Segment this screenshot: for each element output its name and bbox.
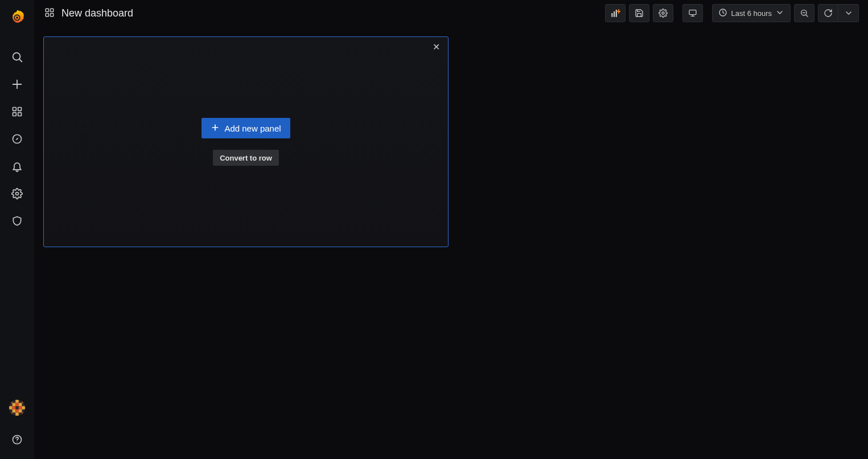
- svg-rect-7: [18, 108, 22, 111]
- apps-icon[interactable]: [6, 100, 28, 123]
- convert-to-row-button[interactable]: Convert to row: [213, 150, 279, 166]
- question-circle-icon[interactable]: [6, 428, 28, 451]
- shield-icon[interactable]: [6, 210, 28, 232]
- svg-rect-20: [614, 11, 615, 17]
- svg-rect-6: [13, 108, 17, 111]
- svg-point-12: [16, 192, 19, 195]
- svg-rect-8: [13, 113, 17, 116]
- svg-marker-11: [16, 138, 19, 141]
- time-range-label: Last 6 hours: [731, 9, 772, 18]
- dashboard-canvas: ✕ Add new panel Convert to row: [34, 26, 868, 459]
- side-nav: [0, 0, 34, 459]
- monitor-icon[interactable]: [682, 4, 703, 22]
- close-icon[interactable]: ✕: [433, 43, 440, 52]
- clock-icon: [718, 8, 727, 19]
- grafana-logo-icon[interactable]: [8, 8, 26, 26]
- page-title[interactable]: New dashboard: [61, 7, 133, 19]
- svg-rect-9: [18, 113, 22, 116]
- add-new-panel-button[interactable]: Add new panel: [201, 118, 290, 138]
- svg-rect-21: [616, 10, 617, 17]
- panel-add-icon[interactable]: [605, 4, 626, 22]
- plus-icon[interactable]: [6, 73, 28, 96]
- svg-point-1: [16, 17, 18, 19]
- time-range-picker[interactable]: Last 6 hours: [712, 4, 791, 22]
- top-bar: New dashboard Last 6 hours: [34, 0, 868, 26]
- breadcrumb: New dashboard: [44, 7, 133, 19]
- svg-point-24: [662, 12, 664, 14]
- svg-rect-25: [689, 10, 696, 15]
- apps-icon[interactable]: [44, 7, 55, 19]
- bell-icon[interactable]: [6, 155, 28, 178]
- refresh-interval-dropdown[interactable]: [838, 4, 859, 22]
- svg-point-14: [17, 442, 17, 442]
- svg-rect-16: [51, 9, 54, 11]
- add-panel-placeholder: ✕ Add new panel Convert to row: [43, 36, 449, 247]
- svg-line-30: [806, 15, 808, 17]
- search-icon[interactable]: [6, 46, 28, 68]
- plus-icon: [211, 123, 220, 134]
- gear-icon[interactable]: [6, 182, 28, 205]
- toolbar: Last 6 hours: [605, 4, 859, 22]
- convert-to-row-label: Convert to row: [220, 154, 272, 162]
- chevron-down-icon: [775, 8, 784, 19]
- svg-rect-17: [46, 13, 48, 16]
- svg-line-3: [19, 59, 22, 62]
- sync-icon[interactable]: [818, 4, 838, 22]
- compass-icon[interactable]: [6, 128, 28, 150]
- gear-icon[interactable]: [653, 4, 673, 22]
- add-new-panel-label: Add new panel: [224, 124, 281, 133]
- svg-rect-15: [46, 9, 48, 11]
- search-minus-icon[interactable]: [794, 4, 814, 22]
- save-icon[interactable]: [629, 4, 649, 22]
- user-avatar[interactable]: [9, 400, 25, 416]
- svg-rect-18: [51, 13, 54, 16]
- svg-rect-19: [612, 13, 613, 17]
